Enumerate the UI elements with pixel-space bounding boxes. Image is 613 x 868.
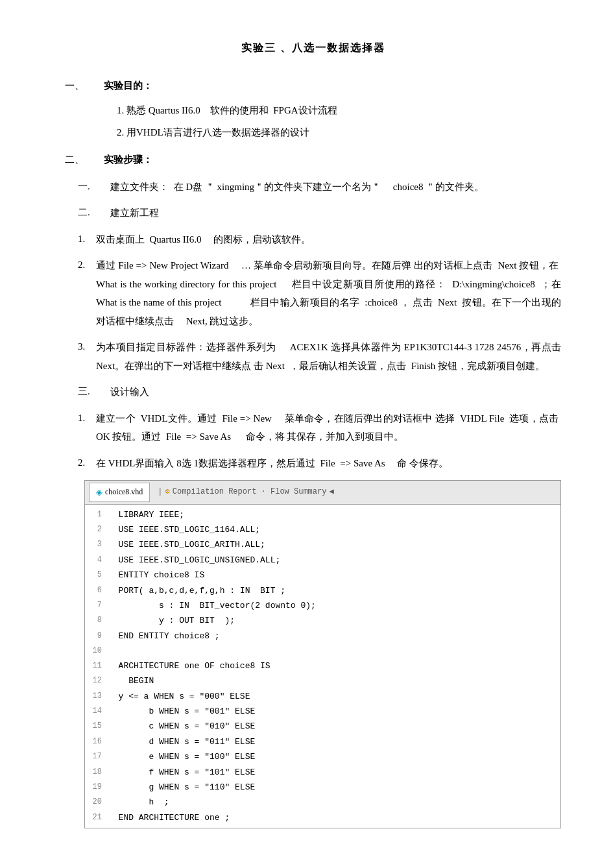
code-tab-right: ⚙ Compilation Report · Flow Summary ◀ [165,485,334,500]
roman-step-1: 一. 建立文件夹： 在 D盘 ＂ xingming＂的文件夹下建立一个名为＂ c… [78,178,561,197]
line-code: ENTITY choice8 IS [108,568,560,583]
line-code: e WHEN s = "100" ELSE [108,749,560,764]
step-num-2: 2. [78,256,96,274]
line-code: b WHEN s = "001" ELSE [108,704,560,719]
design-step-2: 2. 在 VHDL界面输入 8选 1数据选择器程序，然后通过 File => S… [78,454,561,473]
code-line: 12 BEGIN [85,673,560,688]
line-code: y <= a WHEN s = "000" ELSE [108,689,560,704]
line-code: g WHEN s = "110" ELSE [108,780,560,795]
section-heading-1: 实验目的： [104,77,561,95]
line-number: 6 [85,583,108,598]
line-number: 9 [85,629,108,644]
code-tab-report: Compilation Report · Flow Summary [173,485,327,500]
line-number: 11 [85,658,108,673]
line-code: d WHEN s = "011" ELSE [108,734,560,749]
code-tab-arrow: ◀ [329,485,333,500]
design-step-1: 1. 建立一个 VHDL文件。通过 File => New 菜单命令，在随后弹出… [78,409,561,446]
line-number: 4 [85,553,108,568]
line-number: 2 [85,522,108,537]
step-num-3: 3. [78,338,96,356]
line-code: s : IN BIT_vector(2 downto 0); [108,598,560,613]
step-content-2: 通过 File => New Project Wizard … 菜单命令启动新项… [96,256,561,330]
line-number: 20 [85,795,108,810]
design-step-content-2: 在 VHDL界面输入 8选 1数据选择器程序，然后通过 File => Save… [96,454,561,473]
code-line: 10 [85,644,560,658]
line-number: 7 [85,598,108,613]
numbered-step-2: 2. 通过 File => New Project Wizard … 菜单命令启… [78,256,561,330]
section-num-1: 一、 [65,77,104,95]
code-line: 14 b WHEN s = "001" ELSE [85,704,560,719]
line-number: 12 [85,673,108,688]
code-line: 6 PORT( a,b,c,d,e,f,g,h : IN BIT ; [85,583,560,598]
code-editor: ◈ choice8.vhd | ⚙ Compilation Report · F… [84,480,561,828]
step-content-1: 双击桌面上 Quartus II6.0 的图标，启动该软件。 [96,230,561,249]
section-steps: 二、 实验步骤： [65,151,561,169]
line-number: 17 [85,749,108,764]
roman-num-2: 二. [78,204,110,221]
purpose-item-1: 1. 熟悉 Quartus II6.0 软件的使用和 FPGA设计流程 [117,101,561,120]
code-line: 5 ENTITY choice8 IS [85,568,560,583]
line-code: f WHEN s = "101" ELSE [108,765,560,780]
line-number: 1 [85,507,108,522]
roman-step-2: 二. 建立新工程 [78,204,561,223]
line-code: y : OUT BIT ); [108,613,560,628]
code-line: 17 e WHEN s = "100" ELSE [85,749,560,764]
line-code: PORT( a,b,c,d,e,f,g,h : IN BIT ; [108,583,560,598]
code-tab-file[interactable]: ◈ choice8.vhd [89,483,150,501]
code-line: 21 END ARCHITECTURE one ; [85,810,560,825]
code-line: 3 USE IEEE.STD_LOGIC_ARITH.ALL; [85,537,560,552]
step-content-3: 为本项目指定目标器件：选择器件系列为 ACEX1K 选择具体器件为 EP1K30… [96,338,561,375]
line-number: 21 [85,810,108,825]
line-number: 15 [85,719,108,734]
code-line: 8 y : OUT BIT ); [85,613,560,628]
line-number: 16 [85,734,108,749]
code-tab-separator: | [158,485,162,500]
code-line: 7 s : IN BIT_vector(2 downto 0); [85,598,560,613]
line-code: USE IEEE.STD_LOGIC_1164.ALL; [108,522,560,537]
line-code: ARCHITECTURE one OF choice8 IS [108,658,560,673]
line-code: END ARCHITECTURE one ; [108,810,560,825]
line-number: 13 [85,689,108,704]
roman-content-3: 设计输入 [110,383,561,402]
numbered-step-3: 3. 为本项目指定目标器件：选择器件系列为 ACEX1K 选择具体器件为 EP1… [78,338,561,375]
section-purpose: 一、 实验目的： 1. 熟悉 Quartus II6.0 软件的使用和 FPGA… [65,77,561,142]
line-number: 5 [85,568,108,583]
code-line: 1 LIBRARY IEEE; [85,507,560,522]
code-body: 1 LIBRARY IEEE;2 USE IEEE.STD_LOGIC_1164… [85,505,560,828]
line-number: 8 [85,613,108,628]
roman-step-3: 三. 设计输入 [78,383,561,402]
numbered-step-1: 1. 双击桌面上 Quartus II6.0 的图标，启动该软件。 [78,230,561,249]
line-code: h ; [108,795,560,810]
line-number: 19 [85,780,108,795]
line-code: c WHEN s = "010" ELSE [108,719,560,734]
design-step-num-1: 1. [78,409,96,427]
purpose-item-2: 2. 用VHDL语言进行八选一数据选择器的设计 [117,123,561,142]
code-line: 13 y <= a WHEN s = "000" ELSE [85,689,560,704]
section-num-2: 二、 [65,151,104,169]
code-line: 11 ARCHITECTURE one OF choice8 IS [85,658,560,673]
line-number: 14 [85,704,108,719]
line-code: BEGIN [108,673,560,688]
section-heading-2: 实验步骤： [104,151,561,169]
roman-content-2: 建立新工程 [110,204,561,223]
line-code: END ENTITY choice8 ; [108,629,560,644]
design-step-content-1: 建立一个 VHDL文件。通过 File => New 菜单命令，在随后弹出的对话… [96,409,561,446]
page-title: 实验三 、八选一数据选择器 [65,39,561,58]
line-number: 10 [85,644,108,658]
code-line: 16 d WHEN s = "011" ELSE [85,734,560,749]
code-line: 2 USE IEEE.STD_LOGIC_1164.ALL; [85,522,560,537]
code-line: 18 f WHEN s = "101" ELSE [85,765,560,780]
code-tab-filename: choice8.vhd [105,485,143,500]
code-line: 19 g WHEN s = "110" ELSE [85,780,560,795]
line-code: USE IEEE.STD_LOGIC_ARITH.ALL; [108,537,560,552]
file-icon: ◈ [96,485,102,500]
line-code: USE IEEE.STD_LOGIC_UNSIGNED.ALL; [108,553,560,568]
roman-num-1: 一. [78,178,110,195]
code-line: 20 h ; [85,795,560,810]
line-number: 18 [85,765,108,780]
step-num-1: 1. [78,230,96,248]
line-number: 3 [85,537,108,552]
design-step-num-2: 2. [78,454,96,472]
code-line: 9 END ENTITY choice8 ; [85,629,560,644]
compilation-icon: ⚙ [165,485,170,500]
